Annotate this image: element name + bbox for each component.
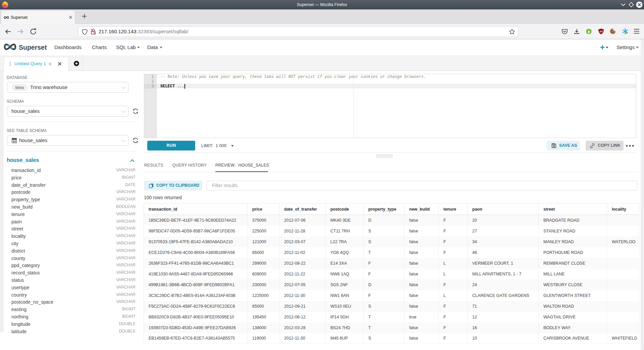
svg-text:uO: uO bbox=[599, 30, 603, 33]
